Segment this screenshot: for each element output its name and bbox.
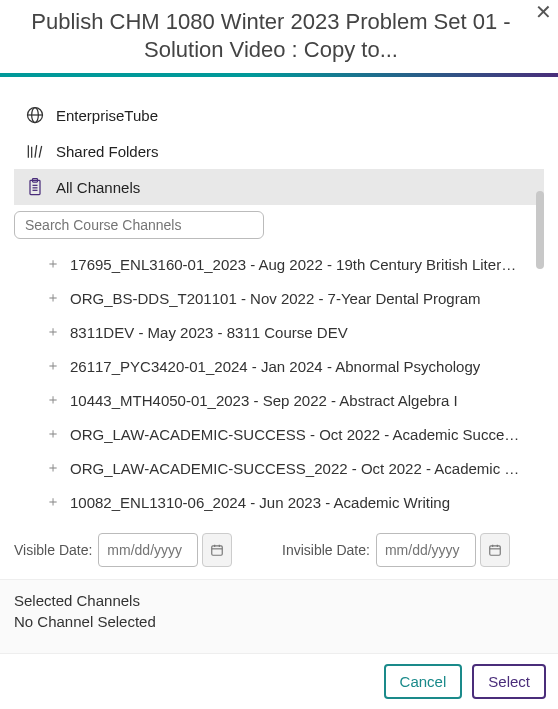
channel-label: ORG_LAW-ACADEMIC-SUCCESS - Oct 2022 - Ac… — [70, 426, 520, 443]
channel-row[interactable]: ＋17695_ENL3160-01_2023 - Aug 2022 - 19th… — [14, 247, 524, 281]
channel-label: 10443_MTH4050-01_2023 - Sep 2022 - Abstr… — [70, 392, 458, 409]
selected-channels-heading: Selected Channels — [14, 592, 544, 609]
dialog-title: Publish CHM 1080 Winter 2023 Problem Set… — [8, 8, 534, 63]
calendar-icon[interactable] — [202, 533, 232, 567]
expand-icon[interactable]: ＋ — [46, 493, 60, 511]
svg-rect-16 — [490, 546, 501, 555]
tree-item-shared-folders[interactable]: Shared Folders — [14, 133, 544, 169]
expand-icon[interactable]: ＋ — [46, 289, 60, 307]
svg-line-5 — [35, 145, 37, 158]
tree-item-enterprisetube[interactable]: EnterpriseTube — [14, 97, 544, 133]
expand-icon[interactable]: ＋ — [46, 255, 60, 273]
channel-label: ORG_BS-DDS_T201101 - Nov 2022 - 7-Year D… — [70, 290, 480, 307]
close-icon[interactable]: ✕ — [531, 0, 556, 28]
channel-label: 8311DEV - May 2023 - 8311 Course DEV — [70, 324, 348, 341]
channel-label: 26117_PYC3420-01_2024 - Jan 2024 - Abnor… — [70, 358, 480, 375]
visible-date-label: Visible Date: — [14, 542, 92, 558]
channel-row[interactable]: ＋8311DEV - May 2023 - 8311 Course DEV — [14, 315, 524, 349]
scrollbar[interactable] — [536, 191, 544, 601]
tree-item-all-channels[interactable]: All Channels — [14, 169, 544, 205]
channel-row[interactable]: ＋ORG_LAW-ACADEMIC-SUCCESS - Oct 2022 - A… — [14, 417, 524, 451]
expand-icon[interactable]: ＋ — [46, 391, 60, 409]
expand-icon[interactable]: ＋ — [46, 425, 60, 443]
expand-icon[interactable]: ＋ — [46, 357, 60, 375]
search-input[interactable] — [14, 211, 264, 239]
folders-icon — [24, 141, 46, 161]
expand-icon[interactable]: ＋ — [46, 459, 60, 477]
channel-label: 10082_ENL1310-06_2024 - Jun 2023 - Acade… — [70, 494, 450, 511]
scrollbar-thumb[interactable] — [536, 191, 544, 269]
svg-line-6 — [39, 146, 41, 158]
globe-icon — [24, 105, 46, 125]
cancel-button[interactable]: Cancel — [384, 664, 463, 699]
channel-label: ORG_LAW-ACADEMIC-SUCCESS_2022 - Oct 2022… — [70, 460, 520, 477]
channel-row[interactable]: ＋ORG_BS-DDS_T201101 - Nov 2022 - 7-Year … — [14, 281, 524, 315]
tree-item-label: All Channels — [56, 179, 140, 196]
tree-item-label: Shared Folders — [56, 143, 159, 160]
channel-row[interactable]: ＋ORG_LAW-ACADEMIC-SUCCESS_2022 - Oct 202… — [14, 451, 524, 485]
channel-row[interactable]: ＋26117_PYC3420-01_2024 - Jan 2024 - Abno… — [14, 349, 524, 383]
expand-icon[interactable]: ＋ — [46, 323, 60, 341]
select-button[interactable]: Select — [472, 664, 546, 699]
svg-rect-12 — [212, 546, 223, 555]
tree-item-label: EnterpriseTube — [56, 107, 158, 124]
clipboard-icon — [24, 177, 46, 197]
invisible-date-label: Invisible Date: — [282, 542, 370, 558]
channel-row[interactable]: ＋10443_MTH4050-01_2023 - Sep 2022 - Abst… — [14, 383, 524, 417]
visible-date-input[interactable] — [98, 533, 198, 567]
calendar-icon[interactable] — [480, 533, 510, 567]
channel-list: ＋17695_ENL3160-01_2023 - Aug 2022 - 19th… — [14, 247, 544, 519]
channel-row[interactable]: ＋10082_ENL1310-06_2024 - Jun 2023 - Acad… — [14, 485, 524, 519]
channel-label: 17695_ENL3160-01_2023 - Aug 2022 - 19th … — [70, 256, 520, 273]
invisible-date-input[interactable] — [376, 533, 476, 567]
selected-channels-message: No Channel Selected — [14, 613, 544, 630]
